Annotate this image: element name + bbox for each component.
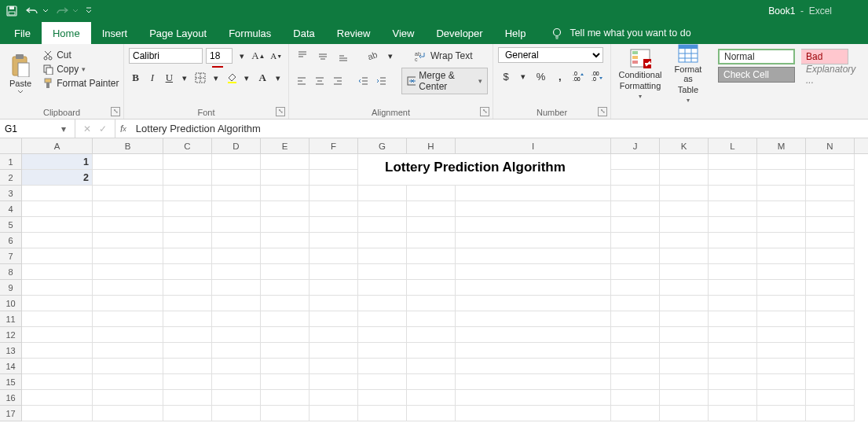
cell-L15[interactable] bbox=[709, 374, 757, 390]
col-header-M[interactable]: M bbox=[757, 138, 806, 153]
cell-G10[interactable] bbox=[358, 296, 407, 311]
col-header-G[interactable]: G bbox=[358, 138, 407, 153]
row-header[interactable]: 10 bbox=[0, 296, 22, 311]
cell-B14[interactable] bbox=[93, 359, 163, 374]
cell-C14[interactable] bbox=[163, 359, 212, 374]
comma-format-icon[interactable]: , bbox=[552, 68, 568, 85]
cell-M1[interactable] bbox=[757, 154, 806, 170]
underline-button[interactable]: U bbox=[163, 69, 176, 86]
cell-F10[interactable] bbox=[309, 296, 358, 311]
wrap-text-button[interactable]: abcWrap Text bbox=[410, 50, 478, 62]
cell-G13[interactable] bbox=[358, 343, 407, 359]
cell-C4[interactable] bbox=[163, 201, 212, 217]
cell-I15[interactable] bbox=[456, 374, 611, 390]
cell-G5[interactable] bbox=[358, 217, 407, 233]
cell-N16[interactable] bbox=[806, 390, 855, 406]
cell-G17[interactable] bbox=[358, 406, 407, 421]
font-name-combo[interactable] bbox=[129, 48, 203, 64]
cell-C16[interactable] bbox=[163, 390, 212, 406]
cell-I1[interactable] bbox=[456, 154, 611, 170]
cell-A11[interactable] bbox=[22, 311, 93, 327]
style-explanatory[interactable]: Explanatory ... bbox=[801, 67, 848, 83]
cell-D4[interactable] bbox=[212, 201, 261, 217]
cell-M10[interactable] bbox=[757, 296, 806, 311]
font-launcher[interactable]: ⤡ bbox=[276, 107, 285, 116]
font-color-dropdown[interactable]: ▾ bbox=[273, 71, 284, 85]
cell-E8[interactable] bbox=[261, 264, 309, 280]
cell-B7[interactable] bbox=[93, 248, 163, 264]
cell-B4[interactable] bbox=[93, 201, 163, 217]
cell-J9[interactable] bbox=[611, 280, 660, 296]
cell-N12[interactable] bbox=[806, 327, 855, 343]
cell-F16[interactable] bbox=[309, 390, 358, 406]
cell-H12[interactable] bbox=[407, 327, 456, 343]
cell-A1[interactable]: 1 bbox=[22, 154, 93, 170]
cell-D8[interactable] bbox=[212, 264, 261, 280]
cell-E17[interactable] bbox=[261, 406, 309, 421]
cell-N11[interactable] bbox=[806, 311, 855, 327]
cell-H4[interactable] bbox=[407, 201, 456, 217]
cell-D16[interactable] bbox=[212, 390, 261, 406]
cell-N15[interactable] bbox=[806, 374, 855, 390]
cell-K15[interactable] bbox=[660, 374, 709, 390]
conditional-formatting-button[interactable]: ConditionalFormatting ▾ bbox=[616, 46, 665, 103]
save-icon[interactable] bbox=[5, 4, 19, 18]
tab-developer[interactable]: Developer bbox=[425, 22, 493, 44]
cell-K16[interactable] bbox=[660, 390, 709, 406]
cell-H10[interactable] bbox=[407, 296, 456, 311]
tab-insert[interactable]: Insert bbox=[91, 22, 139, 44]
cell-B17[interactable] bbox=[93, 406, 163, 421]
decrease-indent-icon[interactable] bbox=[356, 72, 371, 90]
cell-D9[interactable] bbox=[212, 280, 261, 296]
row-header[interactable]: 16 bbox=[0, 390, 22, 406]
paste-button[interactable]: Paste bbox=[5, 47, 36, 99]
decrease-decimal-icon[interactable]: .00.0 bbox=[590, 68, 606, 85]
cell-E15[interactable] bbox=[261, 374, 309, 390]
orientation-dropdown[interactable]: ▾ bbox=[383, 49, 397, 63]
format-as-table-button[interactable]: Format asTable ▾ bbox=[668, 42, 709, 107]
cell-I2[interactable] bbox=[456, 170, 611, 186]
cell-K13[interactable] bbox=[660, 343, 709, 359]
tab-file[interactable]: File bbox=[3, 22, 42, 44]
cell-A15[interactable] bbox=[22, 374, 93, 390]
fill-color-button[interactable] bbox=[225, 69, 238, 86]
align-right-icon[interactable] bbox=[331, 72, 346, 90]
cell-L1[interactable] bbox=[709, 154, 757, 170]
align-top-icon[interactable] bbox=[294, 47, 311, 64]
cell-B3[interactable] bbox=[93, 186, 163, 201]
cell-N4[interactable] bbox=[806, 201, 855, 217]
cell-L3[interactable] bbox=[709, 186, 757, 201]
cell-F11[interactable] bbox=[309, 311, 358, 327]
cell-G12[interactable] bbox=[358, 327, 407, 343]
style-normal[interactable]: Normal bbox=[718, 49, 795, 64]
cell-H16[interactable] bbox=[407, 390, 456, 406]
bold-button[interactable]: B bbox=[129, 69, 142, 86]
cell-M16[interactable] bbox=[757, 390, 806, 406]
cell-A9[interactable] bbox=[22, 280, 93, 296]
cell-B1[interactable] bbox=[93, 154, 163, 170]
cell-B12[interactable] bbox=[93, 327, 163, 343]
underline-dropdown[interactable]: ▾ bbox=[179, 71, 190, 85]
italic-button[interactable]: I bbox=[145, 69, 159, 86]
cell-J6[interactable] bbox=[611, 233, 660, 248]
align-left-icon[interactable] bbox=[294, 72, 309, 90]
cell-J15[interactable] bbox=[611, 374, 660, 390]
cell-K5[interactable] bbox=[660, 217, 709, 233]
cell-M9[interactable] bbox=[757, 280, 806, 296]
cell-A14[interactable] bbox=[22, 359, 93, 374]
row-header[interactable]: 3 bbox=[0, 186, 22, 201]
row-header[interactable]: 13 bbox=[0, 343, 22, 359]
cell-N6[interactable] bbox=[806, 233, 855, 248]
cell-L6[interactable] bbox=[709, 233, 757, 248]
cell-H11[interactable] bbox=[407, 311, 456, 327]
cell-A13[interactable] bbox=[22, 343, 93, 359]
cell-I14[interactable] bbox=[456, 359, 611, 374]
cell-I5[interactable] bbox=[456, 217, 611, 233]
cell-N17[interactable] bbox=[806, 406, 855, 421]
cell-I13[interactable] bbox=[456, 343, 611, 359]
cell-E2[interactable] bbox=[261, 170, 309, 186]
cell-A10[interactable] bbox=[22, 296, 93, 311]
cell-J1[interactable] bbox=[611, 154, 660, 170]
accounting-dropdown[interactable]: ▾ bbox=[517, 69, 529, 83]
accounting-format-icon[interactable]: $ bbox=[498, 68, 514, 85]
